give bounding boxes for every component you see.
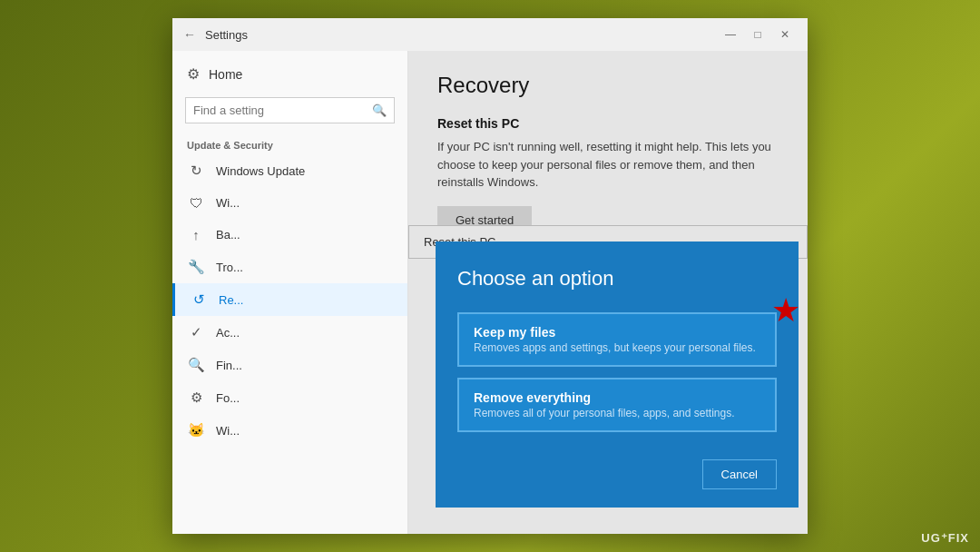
sidebar-item-backup[interactable]: ↑ Ba... [172, 219, 407, 251]
sidebar-item-activation[interactable]: ✓ Ac... [172, 316, 407, 349]
sidebar-item-windows-insider[interactable]: 🐱 Wi... [172, 414, 407, 447]
sidebar-item-troubleshoot[interactable]: 🔧 Tro... [172, 251, 407, 283]
activation-icon: ✓ [187, 324, 205, 340]
sidebar-home[interactable]: ⚙ Home [172, 58, 407, 90]
cancel-button[interactable]: Cancel [702, 459, 777, 489]
sidebar: ⚙ Home 🔍 Update & Security ↻ Windows Upd… [172, 51, 408, 534]
sidebar-item-label: Windows Update [216, 164, 305, 178]
search-icon: 🔍 [365, 98, 394, 123]
window-title: Settings [205, 28, 719, 42]
desktop: ← Settings — □ ✕ ⚙ Home 🔍 Update & Se [0, 0, 980, 552]
search-box[interactable]: 🔍 [185, 97, 395, 123]
sidebar-item-label: Tro... [216, 261, 243, 274]
insider-icon: 🐱 [187, 422, 205, 439]
sidebar-item-windows-update[interactable]: ↻ Windows Update [172, 154, 407, 187]
keep-files-button[interactable]: Keep my files Removes apps and settings,… [457, 312, 777, 367]
sidebar-item-label: Wi... [216, 424, 240, 438]
sidebar-item-find-my-device[interactable]: 🔍 Fin... [172, 349, 407, 381]
modal-dialog: Choose an option Keep my files Removes a… [436, 242, 799, 508]
sidebar-item-for-developers[interactable]: ⚙ Fo... [172, 381, 407, 414]
modal-footer: Cancel [457, 450, 777, 489]
backup-icon: ↑ [187, 227, 205, 242]
sidebar-item-label: Ac... [216, 326, 240, 340]
remove-everything-button[interactable]: Remove everything Removes all of your pe… [457, 378, 777, 432]
find-icon: 🔍 [187, 357, 205, 373]
title-bar: ← Settings — □ ✕ [172, 18, 808, 51]
remove-everything-title: Remove everything [474, 390, 760, 405]
sidebar-item-label: Wi... [216, 196, 240, 210]
troubleshoot-icon: 🔧 [187, 259, 205, 275]
keep-files-desc: Removes apps and settings, but keeps you… [474, 341, 760, 354]
sidebar-item-recovery[interactable]: ↺ Re... [172, 283, 407, 316]
modal-title: Choose an option [457, 267, 777, 291]
sidebar-item-label: Re... [219, 293, 243, 307]
search-input[interactable] [186, 98, 365, 123]
recovery-icon: ↺ [190, 291, 208, 308]
sidebar-item-windows-defender[interactable]: 🛡 Wi... [172, 187, 407, 219]
modal-overlay: Choose an option Keep my files Removes a… [408, 51, 808, 534]
shield-icon: 🛡 [187, 195, 205, 211]
window-controls: — □ ✕ [719, 25, 797, 44]
settings-window: ← Settings — □ ✕ ⚙ Home 🔍 Update & Se [172, 18, 808, 534]
sidebar-item-label: Fin... [216, 359, 242, 372]
main-content: Recovery Reset this PC If your PC isn't … [408, 51, 808, 534]
sidebar-section-title: Update & Security [172, 131, 407, 154]
home-label: Home [209, 67, 242, 82]
minimize-button[interactable]: — [719, 25, 742, 44]
keep-files-title: Keep my files [474, 325, 760, 340]
sidebar-item-label: Ba... [216, 228, 240, 242]
back-button[interactable]: ← [183, 27, 196, 42]
sidebar-item-label: Fo... [216, 391, 240, 405]
developers-icon: ⚙ [187, 389, 205, 406]
remove-everything-desc: Removes all of your personal files, apps… [474, 407, 760, 419]
home-icon: ⚙ [187, 65, 200, 83]
maximize-button[interactable]: □ [746, 25, 769, 44]
close-button[interactable]: ✕ [773, 25, 797, 44]
watermark: UG⁺FIX [921, 531, 969, 545]
refresh-icon: ↻ [187, 163, 205, 179]
window-body: ⚙ Home 🔍 Update & Security ↻ Windows Upd… [172, 51, 808, 534]
